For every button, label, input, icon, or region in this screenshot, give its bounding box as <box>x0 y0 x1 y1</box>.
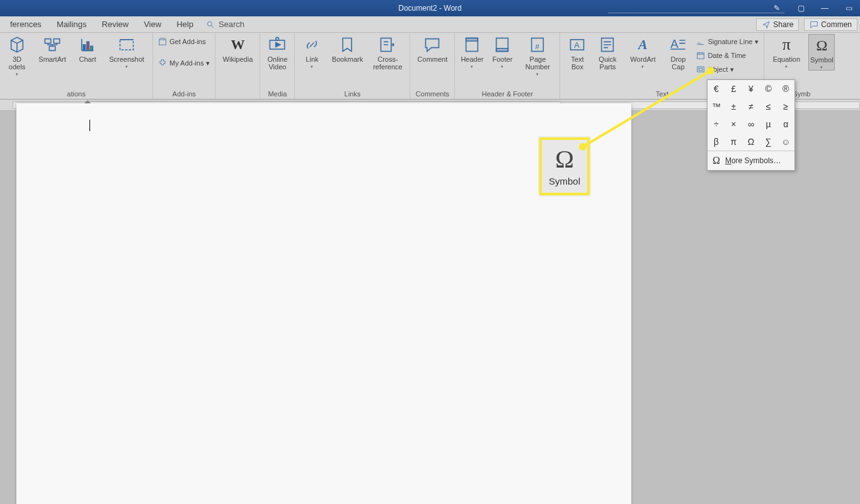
tab-references[interactable]: ferences <box>3 17 49 32</box>
svg-rect-24 <box>699 68 703 71</box>
ribbon-display-icon[interactable]: ▢ <box>793 4 808 13</box>
quick-parts-button[interactable]: Quick Parts <box>594 34 621 71</box>
group-media-label: Media <box>264 90 290 99</box>
share-button[interactable]: Share <box>756 18 799 31</box>
search-box[interactable]: Search <box>206 20 244 29</box>
tab-view[interactable]: View <box>136 17 169 32</box>
group-comments: Comment Comments <box>410 33 455 99</box>
page-number-button[interactable]: # Page Number ▾ <box>519 34 556 77</box>
drop-cap-label: Drop Cap <box>671 55 686 71</box>
chevron-down-icon: ▾ <box>501 64 503 69</box>
symbol-cell[interactable]: ® <box>777 80 794 98</box>
svg-text:#: # <box>536 42 540 50</box>
symbol-cell[interactable]: ≤ <box>760 98 777 115</box>
group-header-footer: Header ▾ Footer ▾ # Page Number ▾ Header… <box>455 33 560 99</box>
group-illustrations-label: ations <box>4 90 149 99</box>
smartart-icon <box>43 35 62 54</box>
pen-icon[interactable]: ✎ <box>769 4 784 13</box>
tab-help[interactable]: Help <box>169 17 201 32</box>
tab-mailings[interactable]: Mailings <box>49 17 95 32</box>
tab-review[interactable]: Review <box>95 17 137 32</box>
symbol-cell[interactable]: ☺ <box>777 133 794 151</box>
symbol-cell[interactable]: µ <box>760 115 777 133</box>
group-addins: Get Add-ins My Add-ins ▾ Add-ins <box>153 33 215 99</box>
smartart-label: SmartArt <box>38 55 66 63</box>
more-symbols-label: More Symbols… <box>725 156 781 165</box>
date-time-button[interactable]: Date & Time <box>695 49 760 62</box>
symbol-cell[interactable]: × <box>725 115 743 133</box>
wordart-icon: A <box>633 35 652 54</box>
svg-rect-15 <box>496 49 508 52</box>
svg-rect-22 <box>697 53 704 59</box>
symbol-dropdown: €£¥©®™±≠≤≥÷×∞µαβπΩ∑☺ Ω More Symbols… <box>707 79 795 171</box>
chevron-down-icon: ▾ <box>820 65 823 70</box>
comments-button[interactable]: Commen <box>804 18 857 31</box>
symbol-cell[interactable]: Ω <box>742 133 760 151</box>
svg-rect-2 <box>54 39 59 43</box>
symbol-cell[interactable]: β <box>708 133 725 151</box>
symbol-cell[interactable]: € <box>708 80 725 98</box>
bookmark-button[interactable]: Bookmark <box>329 34 365 63</box>
symbol-cell[interactable]: ÷ <box>708 115 725 133</box>
symbol-cell[interactable]: α <box>777 115 794 133</box>
text-box-button[interactable]: A Text Box <box>564 34 590 71</box>
maximize-button[interactable]: ▭ <box>841 4 856 13</box>
symbol-cell[interactable]: ∑ <box>760 133 777 151</box>
footer-button[interactable]: Footer ▾ <box>489 34 515 69</box>
group-illustrations: 3D odels ▾ SmartArt Chart Screenshot ▾ a… <box>0 33 153 99</box>
svg-rect-5 <box>87 42 89 50</box>
equation-button[interactable]: π Equation ▾ <box>768 34 805 69</box>
symbol-cell[interactable]: ¥ <box>742 80 760 98</box>
equation-label: Equation <box>773 55 800 63</box>
more-symbols-button[interactable]: Ω More Symbols… <box>708 151 794 170</box>
search-icon <box>206 20 215 29</box>
screenshot-button[interactable]: Screenshot ▾ <box>105 34 149 69</box>
link-button[interactable]: Link ▾ <box>299 34 325 69</box>
chevron-down-icon: ▾ <box>730 66 734 74</box>
chart-button[interactable]: Chart <box>74 34 101 63</box>
group-comments-label: Comments <box>414 90 450 99</box>
screenshot-label: Screenshot <box>109 55 144 63</box>
comments-label: Commen <box>821 20 852 29</box>
cross-reference-button[interactable]: Cross- reference <box>369 34 406 71</box>
symbol-button[interactable]: Ω Symbol ▾ <box>808 34 835 71</box>
symbol-cell[interactable]: © <box>760 80 777 98</box>
comment-label: Comment <box>418 55 448 63</box>
my-addins-button[interactable]: My Add-ins ▾ <box>157 57 211 69</box>
drop-cap-button[interactable]: A Drop Cap <box>665 34 691 71</box>
object-button[interactable]: Object ▾ <box>695 63 760 76</box>
video-icon <box>268 35 287 54</box>
minimize-button[interactable]: — <box>817 4 832 13</box>
wordart-button[interactable]: A WordArt ▾ <box>624 34 661 69</box>
symbol-cell[interactable]: ∞ <box>742 115 760 133</box>
footer-label: Footer <box>493 55 513 63</box>
svg-rect-8 <box>159 40 166 45</box>
comment-button[interactable]: Comment <box>414 34 450 63</box>
comment-bubble-icon <box>423 35 442 54</box>
svg-rect-23 <box>697 67 704 72</box>
chevron-down-icon: ▾ <box>125 64 128 69</box>
symbol-cell[interactable]: ≥ <box>777 98 794 115</box>
chevron-down-icon: ▾ <box>16 72 18 77</box>
chevron-down-icon: ▾ <box>536 72 539 77</box>
symbol-cell[interactable]: £ <box>725 80 743 98</box>
online-video-button[interactable]: Online Video <box>264 34 290 71</box>
chevron-down-icon: ▾ <box>311 64 313 69</box>
wikipedia-button[interactable]: W Wikipedia <box>219 34 256 63</box>
signature-line-button[interactable]: Signature Line ▾ <box>695 35 760 48</box>
cross-reference-icon <box>378 35 397 54</box>
symbol-cell[interactable]: π <box>725 133 743 151</box>
tell-me-box[interactable] <box>608 3 784 13</box>
group-header-footer-label: Header & Footer <box>459 90 556 99</box>
group-links-label: Links <box>299 90 406 99</box>
get-addins-button[interactable]: Get Add-ins <box>157 35 211 48</box>
smartart-button[interactable]: SmartArt <box>34 34 71 63</box>
screenshot-icon <box>117 35 136 54</box>
comment-icon <box>810 20 818 29</box>
symbol-cell[interactable]: ≠ <box>742 98 760 115</box>
3d-models-button[interactable]: 3D odels ▾ <box>4 34 30 77</box>
text-cursor <box>89 120 90 131</box>
symbol-cell[interactable]: ™ <box>708 98 725 115</box>
symbol-cell[interactable]: ± <box>725 98 743 115</box>
header-button[interactable]: Header ▾ <box>459 34 485 69</box>
